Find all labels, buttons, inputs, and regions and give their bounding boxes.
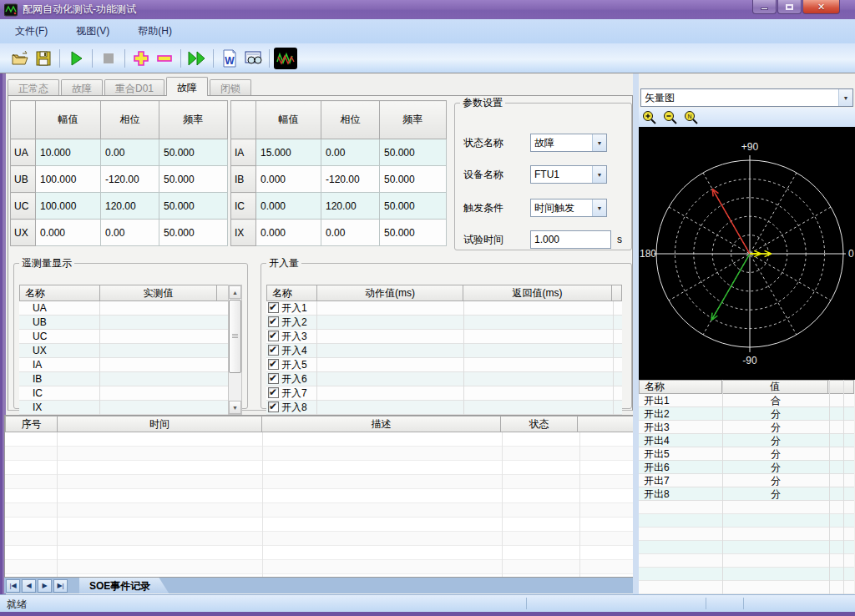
zoom-in-icon[interactable]: [642, 110, 657, 125]
list-item[interactable]: 开入7: [266, 386, 622, 401]
minimize-button[interactable]: [752, 0, 777, 14]
save-button[interactable]: [32, 48, 55, 69]
list-item[interactable]: 开出2分: [639, 407, 854, 421]
ia-phase-cell[interactable]: 0.00: [321, 139, 380, 166]
zoom-out-icon[interactable]: [663, 110, 678, 125]
ua-phase-cell[interactable]: 0.00: [101, 139, 159, 166]
tab-soe-events[interactable]: SOE事件记录: [79, 578, 169, 593]
ix-freq-cell[interactable]: 50.000: [380, 220, 447, 246]
list-item[interactable]: 开出7分: [639, 474, 854, 487]
state-name-select[interactable]: 故障 ▼: [530, 134, 607, 152]
ua-amp-cell[interactable]: 10.000: [36, 139, 101, 166]
run-button[interactable]: [64, 48, 88, 69]
checkbox[interactable]: [268, 302, 279, 313]
view-selector[interactable]: 矢量图 ▼: [640, 88, 853, 107]
menu-file[interactable]: 文件(F): [12, 22, 51, 41]
ic-freq-cell[interactable]: 50.000: [380, 193, 447, 220]
list-item[interactable]: 开入3: [266, 330, 622, 344]
report-preview-button[interactable]: [241, 48, 265, 69]
close-button[interactable]: ✕: [802, 0, 840, 14]
list-item[interactable]: 开入8: [266, 401, 622, 415]
zoom-reset-icon[interactable]: N: [684, 110, 699, 125]
checkbox[interactable]: [268, 401, 279, 412]
list-item[interactable]: 开出3分: [639, 421, 854, 434]
list-item[interactable]: 开出6分: [639, 461, 854, 474]
list-item[interactable]: 开入1: [266, 301, 622, 316]
ub-phase-cell[interactable]: -120.00: [101, 166, 159, 193]
device-name-select[interactable]: FTU1 ▼: [530, 165, 607, 184]
ia-freq-cell[interactable]: 50.000: [380, 139, 447, 166]
run-all-button[interactable]: [185, 48, 209, 69]
list-item[interactable]: 开入6: [266, 372, 622, 386]
list-item[interactable]: 开出1合: [639, 394, 854, 407]
ua-freq-cell[interactable]: 50.000: [159, 139, 228, 166]
remove-button[interactable]: [153, 48, 176, 69]
checkbox[interactable]: [268, 359, 279, 370]
open-button[interactable]: [8, 48, 32, 69]
maximize-button[interactable]: [777, 0, 802, 14]
list-item[interactable]: 开出5分: [639, 447, 854, 461]
chevron-down-icon[interactable]: ▼: [592, 199, 606, 216]
word-report-button[interactable]: W: [218, 48, 241, 69]
list-item[interactable]: IA: [19, 358, 230, 372]
ib-phase-cell[interactable]: -120.00: [321, 166, 380, 193]
add-button[interactable]: [129, 48, 153, 69]
list-item[interactable]: IX: [19, 401, 230, 415]
scroll-down-icon[interactable]: ▼: [229, 401, 241, 414]
ia-amp-cell[interactable]: 15.000: [256, 139, 321, 166]
list-item[interactable]: 开入5: [266, 358, 622, 372]
panel-splitter[interactable]: [633, 73, 639, 594]
waveform-button[interactable]: [274, 48, 297, 69]
tab-reclose-d01[interactable]: 重合D01: [104, 79, 164, 96]
list-item[interactable]: 开出8分: [639, 487, 854, 501]
chevron-down-icon[interactable]: ▼: [592, 134, 606, 151]
next-page-button[interactable]: ▶: [38, 579, 52, 593]
ux-phase-cell[interactable]: 0.00: [101, 220, 159, 246]
uc-amp-cell[interactable]: 100.000: [36, 193, 101, 220]
list-item[interactable]: UA: [19, 301, 230, 316]
checkbox[interactable]: [268, 373, 279, 384]
list-item[interactable]: UX: [19, 344, 230, 358]
telemetry-scrollbar[interactable]: ▲ ▼: [228, 285, 242, 415]
trigger-condition-select[interactable]: 时间触发 ▼: [530, 199, 607, 217]
chevron-down-icon[interactable]: ▼: [592, 166, 606, 183]
ub-freq-cell[interactable]: 50.000: [159, 166, 228, 193]
ib-amp-cell[interactable]: 0.000: [256, 166, 321, 193]
ux-freq-cell[interactable]: 50.000: [159, 220, 228, 246]
scrollbar-thumb[interactable]: [229, 300, 241, 373]
list-item[interactable]: UC: [19, 330, 230, 344]
ux-amp-cell[interactable]: 0.000: [36, 220, 101, 246]
event-table-body[interactable]: [5, 432, 634, 577]
test-time-input[interactable]: 1.000: [530, 230, 611, 249]
ix-phase-cell[interactable]: 0.00: [321, 220, 380, 246]
menu-help[interactable]: 帮助(H): [134, 22, 175, 41]
ic-phase-cell[interactable]: 120.00: [321, 193, 380, 220]
stop-button[interactable]: [97, 48, 120, 69]
scroll-up-icon[interactable]: ▲: [229, 285, 241, 299]
uc-freq-cell[interactable]: 50.000: [159, 193, 228, 220]
ic-amp-cell[interactable]: 0.000: [256, 193, 321, 220]
checkbox[interactable]: [268, 345, 279, 356]
last-page-button[interactable]: ▶|: [53, 579, 68, 593]
list-item[interactable]: IB: [19, 372, 230, 386]
uc-phase-cell[interactable]: 120.00: [101, 193, 159, 220]
prev-page-button[interactable]: ◀: [22, 579, 36, 593]
tab-fault-2-active[interactable]: 故障: [166, 77, 208, 96]
menu-view[interactable]: 视图(V): [73, 22, 113, 41]
ix-amp-cell[interactable]: 0.000: [256, 220, 321, 246]
list-item[interactable]: 开入4: [266, 344, 622, 358]
tab-normal-state[interactable]: 正常态: [8, 79, 59, 96]
checkbox[interactable]: [268, 331, 279, 341]
first-page-button[interactable]: |◀: [6, 579, 20, 593]
chevron-down-icon[interactable]: ▼: [838, 89, 852, 106]
tab-fault-1[interactable]: 故障: [61, 79, 103, 96]
ib-freq-cell[interactable]: 50.000: [380, 166, 447, 193]
checkbox[interactable]: [268, 387, 279, 398]
tab-lockout[interactable]: 闭锁: [210, 79, 251, 96]
checkbox[interactable]: [268, 316, 279, 327]
list-item[interactable]: UB: [19, 316, 230, 330]
list-item[interactable]: IC: [19, 386, 230, 401]
list-item[interactable]: 开出4分: [639, 434, 854, 447]
ub-amp-cell[interactable]: 100.000: [36, 166, 101, 193]
list-item[interactable]: 开入2: [266, 316, 622, 330]
